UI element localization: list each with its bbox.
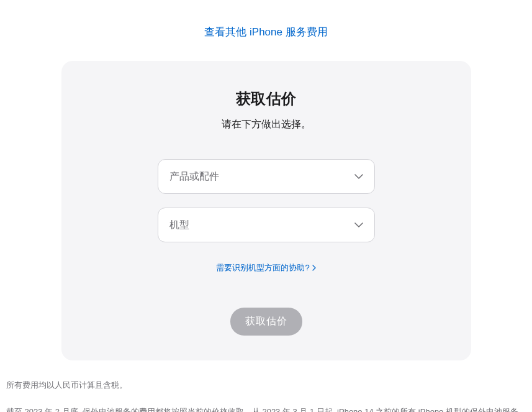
help-link-text: 需要识别机型方面的协助?: [216, 262, 309, 273]
get-estimate-button[interactable]: 获取估价: [230, 308, 302, 336]
card-subtitle: 请在下方做出选择。: [99, 118, 434, 131]
model-select-placeholder: 机型: [169, 219, 189, 232]
estimate-card: 获取估价 请在下方做出选择。 产品或配件 机型 需要识别机型方面的协助? 获取估…: [61, 61, 471, 360]
footer-text: 所有费用均以人民币计算且含税。 截至 2023 年 2 月底, 保外电池服务的费…: [6, 378, 526, 412]
footer-para-2: 截至 2023 年 2 月底, 保外电池服务的费用都将按照当前的价格收取。从 2…: [6, 405, 526, 412]
product-select-placeholder: 产品或配件: [169, 170, 219, 183]
chevron-right-icon: [312, 265, 316, 271]
card-title: 获取估价: [99, 89, 434, 109]
model-select[interactable]: 机型: [158, 208, 375, 242]
product-select[interactable]: 产品或配件: [158, 159, 375, 194]
chevron-down-icon: [354, 222, 363, 227]
help-identify-model-link[interactable]: 需要识别机型方面的协助?: [216, 262, 315, 273]
footer-para-2-start: 截至 2023 年 2 月底, 保外电池服务的费用都将按照当前的价格收取。从 2…: [6, 407, 518, 412]
chevron-down-icon: [354, 174, 363, 179]
footer-para-1: 所有费用均以人民币计算且含税。: [6, 378, 526, 393]
view-other-services-link[interactable]: 查看其他 iPhone 服务费用: [6, 25, 526, 39]
